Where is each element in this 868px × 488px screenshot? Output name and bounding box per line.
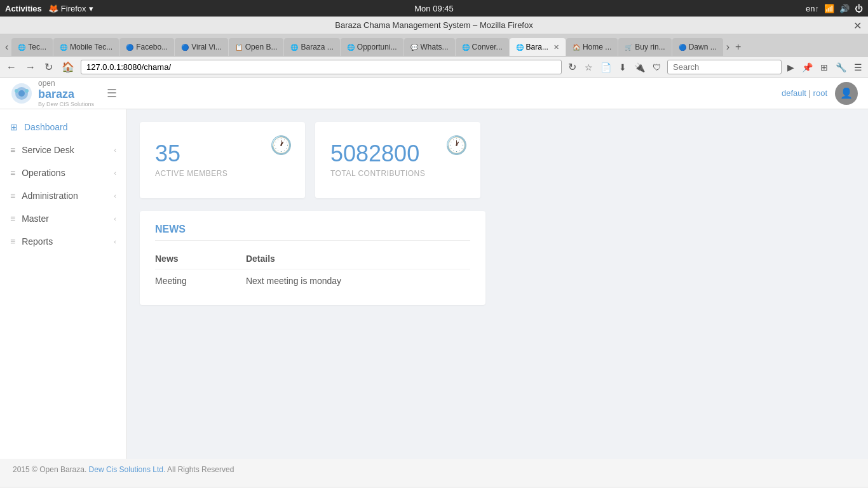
tab-viral[interactable]: 🔵 Viral Vi... bbox=[175, 38, 228, 56]
reader-mode-button[interactable]: 📄 bbox=[599, 61, 613, 74]
reload-button[interactable]: ↻ bbox=[42, 60, 55, 74]
sidebar-item-dashboard[interactable]: ⊞ Dashboard bbox=[0, 116, 126, 139]
content-area: 🕐 35 ACTIVE MEMBERS 🕐 5082800 TOTAL CONT… bbox=[127, 109, 868, 459]
forward-button[interactable]: → bbox=[23, 60, 38, 74]
tab-favicon: 🏠 bbox=[573, 44, 580, 51]
administration-chevron-icon: ‹ bbox=[114, 192, 116, 200]
download-button[interactable]: ⬇ bbox=[617, 61, 628, 74]
sidebar-administration-label: Administration bbox=[22, 191, 78, 201]
tab-favicon: 🌐 bbox=[516, 44, 524, 51]
tab-whats[interactable]: 💬 Whats... bbox=[404, 38, 455, 56]
footer-text-start: 2015 © Open Baraza. bbox=[13, 465, 86, 474]
tab-scroll-right-button[interactable]: › bbox=[724, 40, 732, 54]
sidebar-item-left: ≡ Administration bbox=[10, 191, 78, 201]
activities-label[interactable]: Activities bbox=[5, 4, 42, 13]
search-input[interactable] bbox=[667, 60, 782, 74]
tab-open-b[interactable]: 📋 Open B... bbox=[229, 38, 284, 56]
tab-label: Buy rin... bbox=[635, 43, 665, 51]
sidebar-item-administration[interactable]: ≡ Administration ‹ bbox=[0, 184, 126, 207]
os-topbar-left: Activities 🦊 Firefox ▾ bbox=[5, 4, 93, 13]
tab-opportuni[interactable]: 🌐 Opportuni... bbox=[341, 38, 403, 56]
os-clock: Mon 09:45 bbox=[414, 4, 453, 13]
sidebar: ⊞ Dashboard ≡ Service Desk ‹ ≡ Operation… bbox=[0, 109, 127, 459]
new-tab-button[interactable]: + bbox=[733, 40, 743, 54]
tab-favicon: 🔵 bbox=[181, 44, 189, 51]
bookmark-button[interactable]: ☆ bbox=[583, 61, 595, 74]
total-contributions-label: TOTAL CONTRIBUTIONS bbox=[330, 169, 465, 178]
operations-chevron-icon: ‹ bbox=[114, 169, 116, 177]
tab-label: Conver... bbox=[472, 43, 503, 51]
tab-label: Viral Vi... bbox=[191, 43, 222, 51]
app-wrapper: open baraza By Dew CIS Solutions ☰ defau… bbox=[0, 78, 868, 487]
active-members-clock-icon: 🕐 bbox=[270, 135, 292, 156]
window-titlebar: Baraza Chama Management System – Mozilla… bbox=[0, 17, 868, 34]
tab-conver[interactable]: 🌐 Conver... bbox=[456, 38, 509, 56]
extra2-button[interactable]: 🔧 bbox=[834, 61, 848, 74]
extra1-button[interactable]: ⊞ bbox=[818, 61, 830, 74]
tab-label: Facebo... bbox=[136, 43, 168, 51]
news-table: News Details Meeting Next meeting is mon… bbox=[155, 248, 470, 292]
sidebar-item-left: ≡ Reports bbox=[10, 236, 53, 247]
administration-icon: ≡ bbox=[10, 191, 15, 201]
root-link[interactable]: root bbox=[813, 88, 827, 98]
tab-mobile-tec[interactable]: 🌐 Mobile Tec... bbox=[53, 38, 119, 56]
tab-label: Baraza ... bbox=[301, 43, 333, 51]
menu-button[interactable]: ☰ bbox=[852, 61, 864, 74]
sidebar-master-label: Master bbox=[22, 214, 49, 224]
power-icon: ⏻ bbox=[855, 4, 863, 13]
hamburger-menu-button[interactable]: ☰ bbox=[107, 86, 117, 100]
tab-close-button[interactable]: ✕ bbox=[553, 43, 559, 51]
main-layout: ⊞ Dashboard ≡ Service Desk ‹ ≡ Operation… bbox=[0, 109, 868, 459]
wifi-icon: 📶 bbox=[824, 4, 834, 13]
tab-favicon: 🌐 bbox=[60, 44, 67, 51]
tab-facebook[interactable]: 🔵 Facebo... bbox=[119, 38, 174, 56]
refresh-button[interactable]: ↻ bbox=[566, 60, 579, 74]
window-title: Baraza Chama Management System – Mozilla… bbox=[335, 20, 532, 30]
sidebar-item-operations[interactable]: ≡ Operations ‹ bbox=[0, 161, 126, 184]
tab-label: Whats... bbox=[421, 43, 449, 51]
reports-chevron-icon: ‹ bbox=[114, 238, 116, 245]
default-link[interactable]: default bbox=[782, 88, 806, 98]
tab-dawn[interactable]: 🔵 Dawn ... bbox=[672, 38, 723, 56]
news-row-details: Next meeting is monday bbox=[220, 269, 470, 293]
tab-bara-active[interactable]: 🌐 Bara... ✕ bbox=[510, 38, 566, 56]
pinterest-button[interactable]: 📌 bbox=[800, 61, 815, 74]
sidebar-service-desk-label: Service Desk bbox=[22, 145, 74, 155]
news-card: NEWS News Details Meeting Next meeting i… bbox=[140, 211, 485, 305]
window-close-button[interactable]: ✕ bbox=[853, 20, 862, 32]
footer-text-end: All Rights Reserved bbox=[167, 465, 234, 474]
tab-label: Bara... bbox=[526, 43, 548, 51]
extension1-button[interactable]: 🔌 bbox=[632, 61, 647, 74]
sidebar-item-master[interactable]: ≡ Master ‹ bbox=[0, 207, 126, 230]
back-button[interactable]: ← bbox=[4, 60, 19, 74]
browser-nav-bar: ← → ↻ 🏠 ↻ ☆ 📄 ⬇ 🔌 🛡 ▶ 📌 ⊞ 🔧 ☰ bbox=[0, 57, 868, 78]
reports-icon: ≡ bbox=[10, 236, 15, 247]
tab-home[interactable]: 🏠 Home ... bbox=[566, 38, 618, 56]
tab-buy[interactable]: 🛒 Buy rin... bbox=[618, 38, 671, 56]
service-desk-chevron-icon: ‹ bbox=[114, 146, 116, 154]
sidebar-item-service-desk[interactable]: ≡ Service Desk ‹ bbox=[0, 139, 126, 161]
sidebar-item-left: ≡ Operations bbox=[10, 168, 65, 178]
lang-indicator[interactable]: en↑ bbox=[806, 4, 819, 13]
user-avatar[interactable]: 👤 bbox=[835, 82, 858, 105]
news-col-header-details: Details bbox=[220, 248, 470, 269]
extension2-button[interactable]: 🛡 bbox=[651, 61, 663, 74]
total-contributions-card: 🕐 5082800 TOTAL CONTRIBUTIONS bbox=[315, 122, 480, 198]
news-title: NEWS bbox=[155, 224, 470, 241]
youtube-button[interactable]: ▶ bbox=[785, 61, 796, 74]
firefox-icon: 🦊 bbox=[48, 4, 58, 13]
tab-favicon: 🌐 bbox=[347, 44, 355, 51]
home-button[interactable]: 🏠 bbox=[59, 60, 77, 74]
tab-label: Home ... bbox=[583, 43, 611, 51]
tab-baraza1[interactable]: 🌐 Baraza ... bbox=[284, 38, 339, 56]
sidebar-item-reports[interactable]: ≡ Reports ‹ bbox=[0, 230, 126, 253]
tab-favicon: 🌐 bbox=[18, 44, 25, 51]
tab-scroll-left-button[interactable]: ‹ bbox=[3, 40, 11, 54]
sidebar-dashboard-label: Dashboard bbox=[24, 122, 68, 132]
firefox-btn[interactable]: 🦊 Firefox ▾ bbox=[48, 4, 93, 13]
footer-link-label[interactable]: Dew Cis Solutions Ltd. bbox=[89, 465, 166, 474]
sound-icon: 🔊 bbox=[839, 4, 850, 13]
tab-tec[interactable]: 🌐 Tec... bbox=[11, 38, 53, 56]
url-bar[interactable] bbox=[81, 60, 562, 74]
tab-label: Dawn ... bbox=[689, 43, 717, 51]
